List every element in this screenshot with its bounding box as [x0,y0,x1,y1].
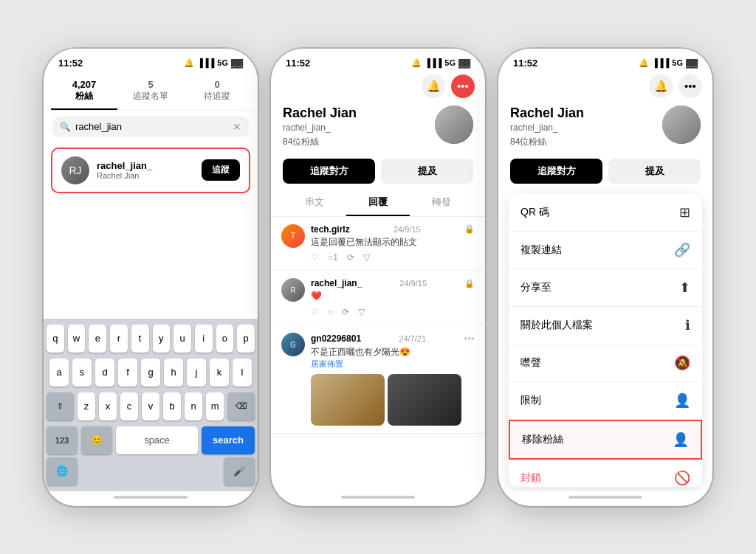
profile-text-2: Rachel Jian rachel_jian_ 84位粉絲 [283,105,357,148]
menu-restrict[interactable]: 限制 👤 [509,382,702,420]
key-q[interactable]: q [47,325,64,353]
menu-share-icon: ⬆ [679,280,690,296]
repost-icon-1[interactable]: ⟳ [347,252,354,263]
search-icon: 🔍 [60,122,71,132]
follow-action-btn-3[interactable]: 追蹤對方 [510,159,602,184]
follow-action-btn-2[interactable]: 追蹤對方 [283,159,375,184]
key-o[interactable]: o [216,325,234,353]
key-r[interactable]: r [110,325,128,353]
signal-icon-3: ▐▐▐ [652,58,669,67]
like-icon-2[interactable]: ♡ [311,307,319,317]
key-e[interactable]: e [89,325,106,353]
key-k[interactable]: k [210,359,229,387]
key-a[interactable]: a [49,359,69,387]
status-bar-3: 11:52 🔔 ▐▐▐ 5G ▓▓ [498,49,712,72]
search-bar[interactable]: 🔍 rachel_jian ✕ [52,117,249,137]
bell-button-3[interactable]: 🔔 [649,75,673,98]
search-input[interactable]: rachel_jian [75,121,228,132]
signal-icon-2: ▐▐▐ [425,58,441,67]
post-actions-2: ♡ ○ ⟳ ▽ [311,307,475,317]
repost-icon-2[interactable]: ⟳ [342,307,349,317]
fans-count: 4,207 [54,79,114,90]
pending-label: 待追蹤 [204,91,230,101]
key-shift[interactable]: ⇧ [47,392,74,420]
key-s[interactable]: s [72,359,92,387]
bell-button-2[interactable]: 🔔 [422,75,445,98]
post-link-3[interactable]: 居家佈置 [311,359,475,370]
menu-copy-link-label: 複製連結 [520,243,562,257]
menu-block[interactable]: 封鎖 🚫 [509,460,702,487]
search-clear-icon[interactable]: ✕ [233,121,241,133]
search-result-item[interactable]: RJ rachel_jian_ Rachel Jian 追蹤 [51,148,250,193]
tab-thread[interactable]: 串文 [283,190,346,216]
key-d[interactable]: d [95,359,114,387]
key-g[interactable]: g [141,359,160,387]
key-z[interactable]: z [78,392,95,420]
key-delete[interactable]: ⌫ [227,392,255,420]
key-l[interactable]: l [233,359,252,387]
status-bar-1: 11:52 🔔 ▐▐▐ 5G ▓▓ [44,49,258,72]
tab-pending[interactable]: 0 待追蹤 [184,72,250,110]
menu-mute[interactable]: 噤聲 🔕 [509,344,702,382]
posts-area-2: T tech.girlz 24/9/15 🔒 這是回覆已無法顯示的貼文 ♡ ○1… [271,217,485,491]
phone3-content: 🔔 ••• Rachel Jian rachel_jian_ 84位粉絲 追蹤對… [498,72,712,491]
tab-reply[interactable]: 回覆 [346,190,410,216]
menu-share[interactable]: 分享至 ⬆ [509,269,702,307]
share-icon-2[interactable]: ▽ [358,307,365,317]
mention-btn-2[interactable]: 提及 [381,159,473,184]
key-numbers[interactable]: 123 [47,426,78,454]
battery-icon-2: ▓▓ [458,58,470,67]
reply-icon-2[interactable]: ○ [328,307,333,317]
result-avatar: RJ [61,156,89,184]
key-p[interactable]: p [237,325,255,353]
menu-about[interactable]: 關於此個人檔案 ℹ [509,307,702,344]
network-label-2: 5G [444,58,456,67]
lock-icon-1: 🔒 [464,224,475,234]
pending-count: 0 [187,79,247,90]
like-icon-1[interactable]: ♡ [311,252,319,263]
key-search[interactable]: search [202,426,255,454]
more-button-3[interactable]: ••• [678,75,702,98]
key-y[interactable]: y [153,325,171,353]
key-v[interactable]: v [142,392,159,420]
key-t[interactable]: t [131,325,149,353]
key-space[interactable]: space [116,426,198,454]
post-text-2: ❤️ [311,290,475,302]
menu-remove-fan[interactable]: 移除粉絲 👤 [509,420,702,460]
tab-following[interactable]: 5 追蹤名單 [117,72,184,110]
lock-icon-2: 🔒 [464,279,475,288]
mention-btn-3[interactable]: 提及 [608,159,701,184]
key-j[interactable]: j [187,359,206,387]
key-m[interactable]: m [206,392,224,420]
reply-icon-1[interactable]: ○1 [328,252,338,263]
profile-header-3: Rachel Jian rachel_jian_ 84位粉絲 [498,98,712,153]
key-globe[interactable]: 🌐 [47,457,78,485]
tab-fans[interactable]: 4,207 粉絲 [51,72,117,110]
post-image-1 [311,374,385,426]
key-c[interactable]: c [120,392,138,420]
post-avatar-2: R [281,278,305,302]
key-n[interactable]: n [185,392,202,420]
key-u[interactable]: u [173,325,191,353]
key-w[interactable]: w [68,325,86,353]
more-button-2[interactable]: ••• [451,75,475,98]
status-time-1: 11:52 [58,58,83,69]
menu-qr-label: QR 碼 [520,206,549,219]
key-x[interactable]: x [99,392,117,420]
bell-icon-1: 🔔 [184,58,194,68]
more-icon-3[interactable]: ••• [464,333,475,344]
profile-action-bar-2: 追蹤對方 提及 [271,153,485,190]
key-f[interactable]: f [118,359,137,387]
key-emoji[interactable]: 😊 [81,426,112,454]
phone1-content: 4,207 粉絲 5 追蹤名單 0 待追蹤 🔍 rachel_jian ✕ [44,72,258,491]
menu-copy-link[interactable]: 複製連結 🔗 [509,232,702,269]
key-mic[interactable]: 🎤 [224,457,255,485]
result-info: rachel_jian_ Rachel Jian [97,160,202,180]
tab-repost[interactable]: 轉發 [410,190,473,216]
follow-button[interactable]: 追蹤 [202,159,240,181]
key-b[interactable]: b [163,392,181,420]
key-i[interactable]: i [195,325,213,353]
key-h[interactable]: h [164,359,183,387]
share-icon-1[interactable]: ▽ [363,252,370,263]
menu-qr[interactable]: QR 碼 ⊞ [509,194,702,232]
